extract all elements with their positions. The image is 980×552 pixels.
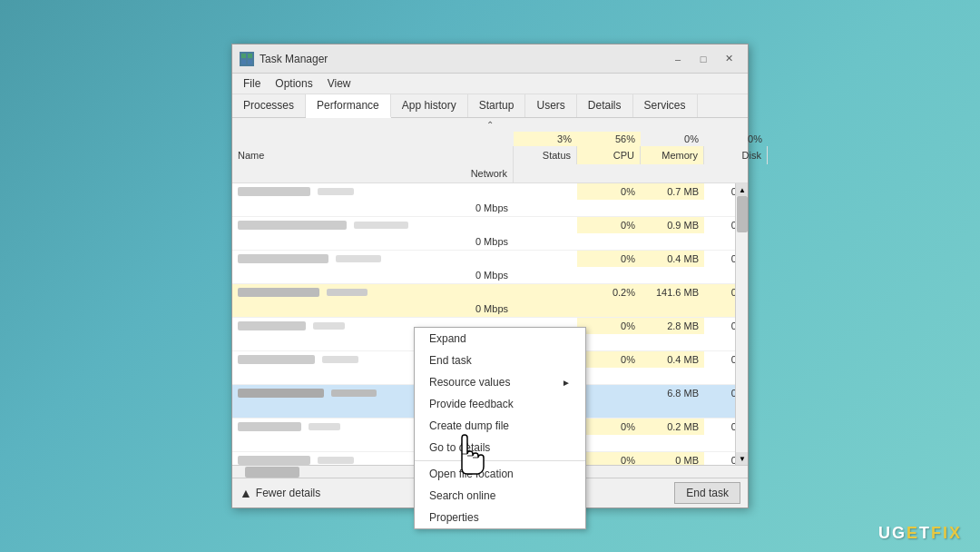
context-search-online[interactable]: Search online xyxy=(415,485,585,507)
process-name xyxy=(232,217,514,233)
tab-details[interactable]: Details xyxy=(577,94,633,117)
process-status xyxy=(514,284,577,301)
process-cpu xyxy=(577,385,641,401)
col-disk[interactable]: Disk xyxy=(704,146,768,164)
process-cpu: 0% xyxy=(577,183,641,200)
process-cpu: 0% xyxy=(577,351,641,368)
stat-name-empty xyxy=(232,132,514,146)
process-cpu: 0% xyxy=(577,419,641,435)
context-open-file-location[interactable]: Open file location xyxy=(415,463,585,485)
process-network: 0 Mbps xyxy=(232,267,514,283)
process-memory: 6.8 MB xyxy=(641,385,704,401)
process-memory: 0 MB xyxy=(641,452,704,465)
stat-disk: 0% xyxy=(641,132,704,146)
svg-rect-0 xyxy=(241,54,246,58)
context-menu: Expand End task Resource values ► Provid… xyxy=(414,327,586,529)
scroll-up-button[interactable]: ▲ xyxy=(736,183,748,196)
process-memory: 141.6 MB xyxy=(641,284,704,301)
process-name xyxy=(232,183,514,200)
fewer-details-label: Fewer details xyxy=(256,487,320,499)
process-memory: 2.8 MB xyxy=(641,318,704,334)
scroll-thumb[interactable] xyxy=(737,196,748,232)
maximize-button[interactable]: □ xyxy=(691,50,715,68)
col-status[interactable]: Status xyxy=(514,146,577,164)
content-area: ⌃ 3% 56% 0% 0% Name Status CPU Memory Di… xyxy=(232,118,748,478)
process-memory: 0.2 MB xyxy=(641,419,704,435)
svg-rect-1 xyxy=(248,54,252,58)
tab-performance[interactable]: Performance xyxy=(306,94,391,118)
svg-rect-3 xyxy=(248,60,252,64)
menu-options[interactable]: Options xyxy=(268,75,319,92)
context-provide-feedback[interactable]: Provide feedback xyxy=(415,393,585,415)
process-name xyxy=(232,251,514,267)
process-status xyxy=(514,217,577,233)
col-memory[interactable]: Memory xyxy=(641,146,704,164)
process-cpu: 0% xyxy=(577,251,641,267)
context-properties[interactable]: Properties xyxy=(415,507,585,528)
submenu-arrow: ► xyxy=(562,378,571,388)
context-separator xyxy=(415,460,585,461)
context-create-dump[interactable]: Create dump file xyxy=(415,415,585,437)
tab-processes[interactable]: Processes xyxy=(232,94,306,117)
process-name xyxy=(232,284,514,301)
task-manager-window: Task Manager – □ ✕ File Options View Pro… xyxy=(231,44,749,508)
process-cpu: 0.2% xyxy=(577,284,641,301)
window-title: Task Manager xyxy=(260,53,666,65)
col-name[interactable]: Name xyxy=(232,146,514,164)
brand-u: UG xyxy=(878,524,906,542)
stat-network: 0% xyxy=(704,132,768,146)
scroll-h-thumb[interactable] xyxy=(245,467,299,478)
process-status xyxy=(514,183,577,200)
tab-startup[interactable]: Startup xyxy=(468,94,526,117)
brand-t: T xyxy=(919,524,931,542)
table-row[interactable]: 0% 0.7 MB 0 MB/s 0 Mbps xyxy=(232,183,748,217)
scroll-down-button[interactable]: ▼ xyxy=(736,452,748,465)
tab-bar: Processes Performance App history Startu… xyxy=(232,94,748,118)
tab-services[interactable]: Services xyxy=(633,94,698,117)
column-headers: Name Status CPU Memory Disk Network xyxy=(232,146,748,183)
process-memory: 0.9 MB xyxy=(641,217,704,233)
process-status xyxy=(514,251,577,267)
table-row[interactable]: 0% 0.4 MB 0 MB/s 0 Mbps xyxy=(232,251,748,284)
process-cpu: 0% xyxy=(577,318,641,334)
brand-fix: FIX xyxy=(931,524,962,542)
col-cpu[interactable]: CPU xyxy=(577,146,641,164)
process-memory: 0.4 MB xyxy=(641,251,704,267)
context-expand[interactable]: Expand xyxy=(415,328,585,350)
window-controls: – □ ✕ xyxy=(666,50,740,68)
sort-arrow[interactable]: ⌃ xyxy=(232,118,748,132)
tab-users[interactable]: Users xyxy=(525,94,576,117)
process-cpu: 0% xyxy=(577,452,641,465)
context-resource-values[interactable]: Resource values ► xyxy=(415,371,585,393)
tab-app-history[interactable]: App history xyxy=(391,94,468,117)
context-end-task[interactable]: End task xyxy=(415,350,585,371)
brand-et: E xyxy=(906,524,919,542)
stat-memory: 56% xyxy=(577,132,641,146)
fewer-details-icon: ▲ xyxy=(240,486,252,500)
process-memory: 0.4 MB xyxy=(641,351,704,368)
process-memory: 0.7 MB xyxy=(641,183,704,200)
process-network: 0 Mbps xyxy=(232,200,514,216)
menu-file[interactable]: File xyxy=(236,75,268,92)
menu-view[interactable]: View xyxy=(320,75,358,92)
app-icon xyxy=(240,52,254,66)
branding: UGETFIX xyxy=(878,524,962,543)
process-cpu: 0% xyxy=(577,217,641,233)
table-row[interactable]: 0% 0.9 MB 0 MB/s 0 Mbps xyxy=(232,217,748,251)
vertical-scrollbar[interactable]: ▲ ▼ xyxy=(735,183,748,465)
svg-rect-2 xyxy=(241,60,246,64)
stat-cpu: 3% xyxy=(514,132,577,146)
end-task-button[interactable]: End task xyxy=(674,482,740,504)
stats-row: 3% 56% 0% 0% xyxy=(232,132,748,146)
process-network: 0 Mbps xyxy=(232,233,514,250)
process-network: 0 Mbps xyxy=(232,301,514,317)
minimize-button[interactable]: – xyxy=(666,50,690,68)
context-go-to-details[interactable]: Go to details xyxy=(415,437,585,458)
col-network[interactable]: Network xyxy=(232,164,514,182)
fewer-details-button[interactable]: ▲ Fewer details xyxy=(240,486,320,500)
title-bar: Task Manager – □ ✕ xyxy=(232,44,748,74)
menu-bar: File Options View xyxy=(232,74,748,94)
table-row[interactable]: 0.2% 141.6 MB 0 MB/s 0 Mbps xyxy=(232,284,748,318)
close-button[interactable]: ✕ xyxy=(717,50,740,68)
